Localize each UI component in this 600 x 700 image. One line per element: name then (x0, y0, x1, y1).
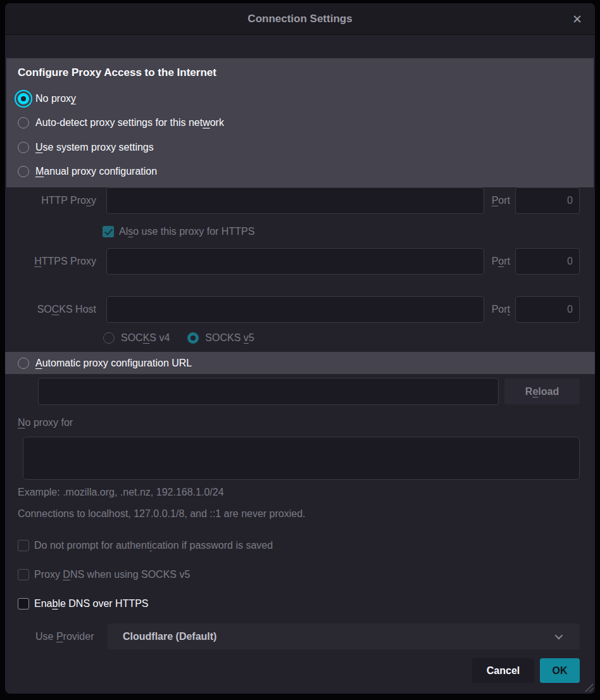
radio-button-icon[interactable] (18, 166, 29, 177)
socks-v5-label: SOCKS v5 (205, 332, 254, 344)
radio-manual-proxy[interactable]: Manual proxy configuration (18, 159, 157, 184)
https-proxy-label: HTTPS Proxy (5, 256, 101, 267)
radio-autoproxy-url[interactable]: Automatic proxy configuration URL (5, 352, 595, 374)
chevron-down-icon (555, 632, 563, 640)
no-proxy-example-hint: Example: .mozilla.org, .net.nz, 192.168.… (18, 487, 224, 498)
dialog-titlebar: Connection Settings ✕ (5, 3, 595, 35)
socks-host-input[interactable] (106, 296, 484, 323)
dialog-footer: Cancel OK (5, 658, 580, 683)
radio-label: No proxy (35, 93, 76, 104)
no-prompt-auth-label: Do not prompt for authentication if pass… (34, 540, 273, 551)
radio-system-proxy[interactable]: Use system proxy settings (18, 135, 154, 159)
https-port-label: Port (492, 256, 510, 267)
radio-button-icon[interactable] (18, 358, 29, 369)
radio-no-proxy[interactable]: No proxy (18, 87, 76, 111)
checkbox-checked-icon[interactable] (103, 226, 114, 237)
radio-auto-detect[interactable]: Auto-detect proxy settings for this netw… (18, 111, 224, 135)
also-https-label: Also use this proxy for HTTPS (119, 226, 254, 237)
enable-doh-label: Enable DNS over HTTPS (34, 598, 149, 609)
dialog-content: Configure Proxy Access to the Internet N… (5, 35, 595, 694)
proxy-mode-group: Configure Proxy Access to the Internet N… (6, 58, 594, 187)
autoproxy-url-row: Reload (38, 378, 580, 405)
checkbox-icon[interactable] (18, 540, 29, 551)
http-proxy-row: HTTP Proxy Port (5, 187, 580, 214)
proxy-dns-socks5-checkbox-row[interactable]: Proxy DNS when using SOCKS v5 (18, 567, 190, 582)
autoproxy-label: Automatic proxy configuration URL (35, 358, 192, 369)
reload-button[interactable]: Reload (504, 378, 580, 404)
close-icon[interactable]: ✕ (568, 10, 586, 28)
provider-dropdown[interactable]: Cloudflare (Default) (108, 623, 580, 649)
cancel-button[interactable]: Cancel (472, 658, 534, 683)
https-port-input[interactable] (515, 248, 580, 275)
https-proxy-row: HTTPS Proxy Port (5, 248, 580, 275)
dialog-title: Connection Settings (247, 13, 352, 25)
radio-button-icon[interactable] (18, 142, 29, 153)
radio-button-icon[interactable] (18, 93, 29, 104)
no-proxy-for-label: No proxy for (18, 417, 73, 428)
section-header: Configure Proxy Access to the Internet (18, 66, 216, 79)
radio-label: Auto-detect proxy settings for this netw… (35, 117, 224, 128)
socks-host-row: SOCKS Host Port (5, 296, 580, 323)
socks-port-label: Port (492, 304, 510, 315)
checkbox-icon[interactable] (18, 569, 29, 580)
proxy-dns-socks5-label: Proxy DNS when using SOCKS v5 (34, 569, 190, 580)
no-proxy-for-textarea[interactable] (23, 437, 580, 480)
checkbox-icon[interactable] (18, 598, 29, 609)
http-proxy-input[interactable] (106, 187, 484, 214)
http-proxy-label: HTTP Proxy (5, 195, 101, 206)
enable-doh-checkbox-row[interactable]: Enable DNS over HTTPS (18, 596, 149, 611)
socks-port-input[interactable] (515, 296, 580, 323)
socks-v4-label: SOCKS v4 (121, 332, 170, 344)
radio-label: Manual proxy configuration (35, 166, 157, 177)
connection-settings-dialog: Connection Settings ✕ Configure Proxy Ac… (5, 3, 595, 694)
radio-button-icon[interactable] (18, 117, 29, 128)
provider-selected-value: Cloudflare (Default) (123, 631, 555, 642)
socks-host-label: SOCKS Host (5, 304, 101, 315)
socks-v5-radio-icon[interactable] (187, 332, 199, 344)
use-provider-label: Use Provider (35, 631, 101, 642)
radio-label: Use system proxy settings (35, 142, 154, 153)
http-port-label: Port (492, 195, 510, 206)
https-proxy-input[interactable] (106, 248, 484, 275)
localhost-never-proxied-hint: Connections to localhost, 127.0.0.1/8, a… (18, 508, 306, 520)
doh-provider-row: Use Provider Cloudflare (Default) (35, 623, 580, 649)
ok-button[interactable]: OK (540, 658, 580, 683)
also-https-checkbox-row[interactable]: Also use this proxy for HTTPS (103, 224, 254, 239)
http-port-input[interactable] (515, 187, 580, 214)
socks-v4-radio-icon[interactable] (103, 332, 115, 344)
no-prompt-auth-checkbox-row[interactable]: Do not prompt for authentication if pass… (18, 538, 273, 553)
autoproxy-url-input[interactable] (38, 378, 499, 405)
socks-version-row: SOCKS v4 SOCKS v5 (103, 330, 254, 346)
